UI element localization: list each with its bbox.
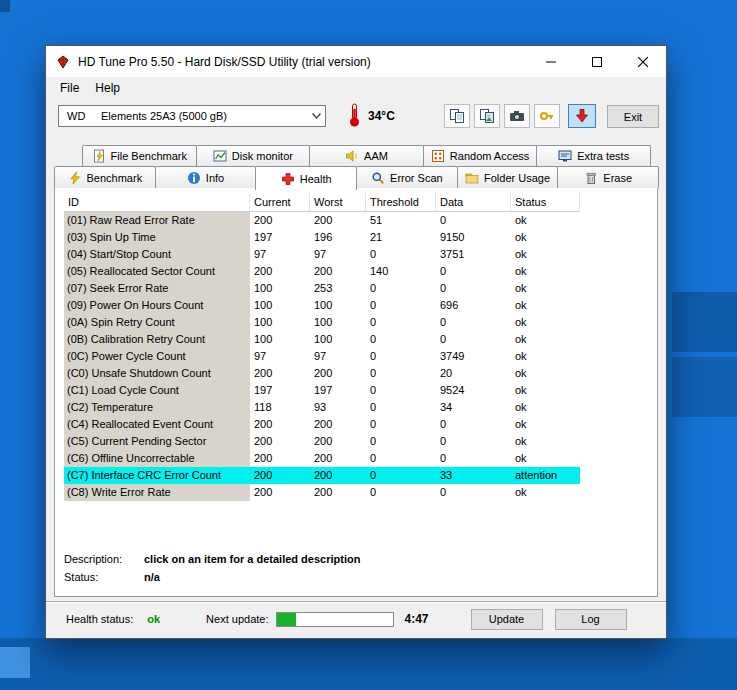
table-row[interactable]: (09) Power On Hours Count1001000696ok bbox=[64, 297, 580, 314]
desktop: HD Tune Pro 5.50 - Hard Disk/SSD Utility… bbox=[0, 0, 737, 690]
column-header-id[interactable]: ID bbox=[64, 193, 250, 211]
tab-info[interactable]: Info bbox=[155, 166, 257, 188]
tab-benchmark[interactable]: Benchmark bbox=[54, 166, 156, 188]
screenshot-button[interactable] bbox=[504, 104, 530, 128]
tab-file-benchmark[interactable]: File Benchmark bbox=[82, 145, 197, 166]
cell-threshold: 21 bbox=[366, 229, 436, 246]
cell-data: 33 bbox=[436, 467, 511, 484]
wallpaper-tile bbox=[672, 292, 737, 352]
tab-extra-tests[interactable]: Extra tests bbox=[536, 145, 651, 166]
table-row[interactable]: (0A) Spin Retry Count10010000ok bbox=[64, 314, 580, 331]
cell-threshold: 0 bbox=[366, 280, 436, 297]
table-row[interactable]: (C1) Load Cycle Count19719709524ok bbox=[64, 382, 580, 399]
cell-id: (0C) Power Cycle Count bbox=[64, 348, 250, 365]
table-row[interactable]: (0B) Calibration Retry Count10010000ok bbox=[64, 331, 580, 348]
menu-help[interactable]: Help bbox=[87, 79, 128, 97]
cell-threshold: 0 bbox=[366, 484, 436, 501]
cell-worst: 97 bbox=[310, 246, 366, 263]
maximize-button[interactable] bbox=[574, 46, 620, 77]
cell-current: 100 bbox=[250, 297, 310, 314]
cell-worst: 200 bbox=[310, 263, 366, 280]
disk-monitor-icon bbox=[213, 149, 227, 163]
table-row[interactable]: (07) Seek Error Rate10025300ok bbox=[64, 280, 580, 297]
save-results-button[interactable] bbox=[568, 104, 596, 128]
divider bbox=[46, 601, 666, 603]
table-row[interactable]: (03) Spin Up Time197196219150ok bbox=[64, 229, 580, 246]
table-row[interactable]: (C4) Reallocated Event Count20020000ok bbox=[64, 416, 580, 433]
column-header-data[interactable]: Data bbox=[436, 193, 511, 211]
cell-status: ok bbox=[511, 280, 580, 297]
minimize-button[interactable] bbox=[528, 46, 574, 77]
cell-worst: 93 bbox=[310, 399, 366, 416]
health-icon bbox=[281, 172, 295, 186]
wallpaper-tile bbox=[0, 638, 737, 690]
info-icon bbox=[187, 171, 201, 185]
cell-threshold: 0 bbox=[366, 297, 436, 314]
tab-label: Random Access bbox=[450, 150, 529, 162]
copy-image-button[interactable] bbox=[474, 104, 500, 128]
tab-aam[interactable]: AAM bbox=[309, 145, 424, 166]
tab-random-access[interactable]: Random Access bbox=[423, 145, 538, 166]
drive-select[interactable]: WD Elements 25A3 (5000 gB) bbox=[58, 105, 326, 127]
cell-status: attention bbox=[511, 467, 580, 484]
cell-worst: 200 bbox=[310, 484, 366, 501]
tab-row-2: BenchmarkInfoHealthError ScanFolder Usag… bbox=[54, 166, 658, 188]
exit-button[interactable]: Exit bbox=[607, 105, 659, 128]
cell-id: (C4) Reallocated Event Count bbox=[64, 416, 250, 433]
benchmark-icon bbox=[68, 171, 82, 185]
tab-label: Health bbox=[300, 173, 332, 185]
cell-worst: 200 bbox=[310, 365, 366, 382]
key-button[interactable] bbox=[534, 104, 560, 128]
column-header-current[interactable]: Current bbox=[250, 193, 310, 211]
cell-status: ok bbox=[511, 433, 580, 450]
column-header-status[interactable]: Status bbox=[511, 193, 580, 211]
window-title: HD Tune Pro 5.50 - Hard Disk/SSD Utility… bbox=[78, 55, 371, 69]
temperature-value: 34°C bbox=[368, 109, 395, 123]
update-button[interactable]: Update bbox=[471, 609, 543, 630]
description-label: Description: bbox=[64, 553, 144, 565]
cell-data: 0 bbox=[436, 416, 511, 433]
cell-status: ok bbox=[511, 212, 580, 229]
table-row[interactable]: (C2) Temperature11893034ok bbox=[64, 399, 580, 416]
table-row[interactable]: (C7) Interface CRC Error Count200200033a… bbox=[64, 467, 580, 484]
cell-status: ok bbox=[511, 348, 580, 365]
close-button[interactable] bbox=[620, 46, 666, 77]
table-row[interactable]: (C6) Offline Uncorrectable20020000ok bbox=[64, 450, 580, 467]
cell-worst: 253 bbox=[310, 280, 366, 297]
status-bar: Health status: ok Next update: 4:47 Upda… bbox=[54, 604, 658, 634]
cell-id: (07) Seek Error Rate bbox=[64, 280, 250, 297]
tab-health[interactable]: Health bbox=[255, 166, 357, 190]
cell-threshold: 0 bbox=[366, 433, 436, 450]
cell-id: (04) Start/Stop Count bbox=[64, 246, 250, 263]
cell-current: 200 bbox=[250, 263, 310, 280]
table-row[interactable]: (01) Raw Read Error Rate200200510ok bbox=[64, 212, 580, 229]
menu-file[interactable]: File bbox=[52, 79, 87, 97]
cell-status: ok bbox=[511, 229, 580, 246]
column-header-threshold[interactable]: Threshold bbox=[366, 193, 436, 211]
tab-error-scan[interactable]: Error Scan bbox=[356, 166, 458, 188]
tab-disk-monitor[interactable]: Disk monitor bbox=[196, 145, 311, 166]
tab-folder-usage[interactable]: Folder Usage bbox=[457, 166, 559, 188]
table-row[interactable]: (C0) Unsafe Shutdown Count200200020ok bbox=[64, 365, 580, 382]
table-row[interactable]: (C8) Write Error Rate20020000ok bbox=[64, 484, 580, 501]
cell-worst: 200 bbox=[310, 212, 366, 229]
table-row[interactable]: (C5) Current Pending Sector20020000ok bbox=[64, 433, 580, 450]
cell-current: 200 bbox=[250, 416, 310, 433]
cell-current: 100 bbox=[250, 331, 310, 348]
table-row[interactable]: (04) Start/Stop Count979703751ok bbox=[64, 246, 580, 263]
table-row[interactable]: (05) Reallocated Sector Count2002001400o… bbox=[64, 263, 580, 280]
cell-data: 0 bbox=[436, 484, 511, 501]
cell-current: 200 bbox=[250, 365, 310, 382]
log-button[interactable]: Log bbox=[555, 609, 627, 630]
column-header-worst[interactable]: Worst bbox=[310, 193, 366, 211]
copy-text-button[interactable] bbox=[444, 104, 470, 128]
cell-id: (C8) Write Error Rate bbox=[64, 484, 250, 501]
thermometer-icon bbox=[348, 102, 361, 130]
status-label: Status: bbox=[64, 571, 144, 583]
cell-current: 200 bbox=[250, 433, 310, 450]
cell-threshold: 0 bbox=[366, 365, 436, 382]
table-row[interactable]: (0C) Power Cycle Count979703749ok bbox=[64, 348, 580, 365]
drive-vendor: WD bbox=[59, 110, 95, 122]
cell-threshold: 140 bbox=[366, 263, 436, 280]
tab-erase[interactable]: Erase bbox=[557, 166, 659, 188]
